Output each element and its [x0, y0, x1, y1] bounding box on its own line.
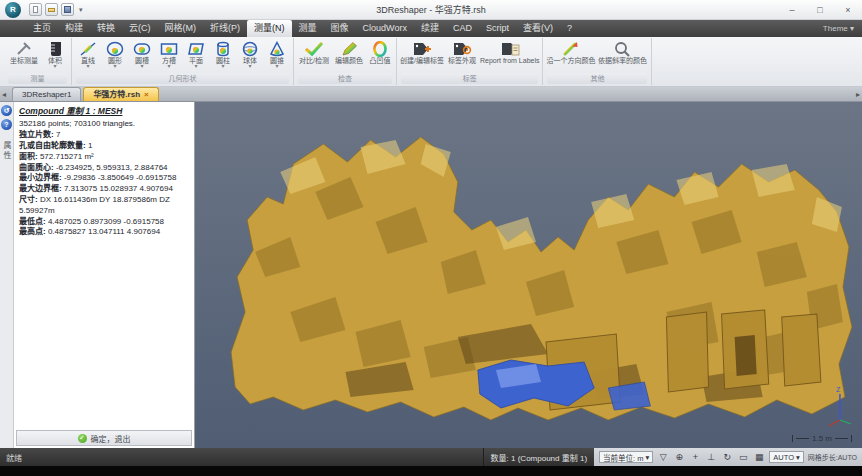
circle-tool-button[interactable]: 圆形 ▾ — [102, 38, 128, 69]
chevron-down-icon[interactable]: ▾ — [275, 64, 278, 69]
back-nav-icon[interactable]: ↺ — [1, 105, 12, 116]
edit-colors-button[interactable]: 编辑颜色 — [332, 38, 366, 64]
select-rect-icon[interactable]: ▭ — [737, 452, 749, 462]
tag-report-icon — [500, 40, 520, 57]
grid-step-label: 网格步长:AUTO — [808, 452, 857, 462]
main-area: ↺ ? 属性 Compound 重制 1 : MESH 352186 point… — [0, 102, 862, 448]
app-logo-icon: R — [5, 2, 21, 18]
properties-vertical-tab[interactable]: 属性 — [1, 141, 12, 161]
ribbon-group-measure: 坐标测量 体积 ▾ 测量 — [4, 38, 72, 85]
tab-cloud[interactable]: 云(C) — [122, 20, 158, 37]
auto-dropdown[interactable]: AUTO ▾ — [769, 451, 803, 463]
doc-tab-untitled[interactable]: 3DReshaper1 — [12, 87, 81, 101]
new-file-icon[interactable] — [29, 3, 42, 16]
tool-label: 对比/检测 — [299, 57, 329, 64]
tab-help[interactable]: ? — [560, 20, 579, 37]
undulation-button[interactable]: 凸凹值 — [367, 38, 393, 64]
tab-image[interactable]: 图像 — [324, 20, 356, 37]
viewport-3d-model[interactable]: Z — [195, 102, 862, 448]
chevron-down-icon[interactable]: ▾ — [53, 64, 56, 69]
selection-info: 数量: 1 (Compound 重制 1) — [483, 448, 594, 466]
tab-cloudworx[interactable]: CloudWorx — [356, 20, 414, 37]
plane-tool-button[interactable]: 平面 ▾ — [183, 38, 209, 69]
title-bar: R ▾ 3DReshaper - 华强方特.rsh – □ × — [0, 0, 862, 20]
prop-lowest-point: 最低点: 4.487025 0.8973099 -0.6915758 — [19, 217, 189, 228]
theme-selector[interactable]: Theme ▾ — [823, 20, 854, 37]
doc-tab-active[interactable]: 华强方特.rsh × — [83, 87, 158, 101]
tab-view[interactable]: 查看(V) — [516, 20, 560, 37]
minimize-button[interactable]: – — [778, 0, 806, 19]
close-tab-icon[interactable]: × — [144, 88, 149, 101]
grid-icon[interactable]: ▦ — [753, 452, 765, 462]
chevron-down-icon[interactable]: ▾ — [167, 64, 170, 69]
save-file-icon[interactable] — [61, 3, 74, 16]
green-check-icon: ✓ — [78, 434, 87, 443]
maximize-button[interactable]: □ — [806, 0, 834, 19]
color-by-slope-button[interactable]: 依据斜率的颜色 — [596, 38, 648, 64]
tab-script[interactable]: Script — [479, 20, 516, 37]
prop-free-contours: 孔或自由轮廓数量: 1 — [19, 141, 189, 152]
units-dropdown[interactable]: 当前单位: m ▾ — [599, 451, 653, 463]
ribbon-tab-bar: 主页 构建 转换 云(C) 网格(M) 折线(P) 测量(N) 测量 图像 Cl… — [0, 20, 862, 37]
prop-independent-pieces: 独立片数: 7 — [19, 130, 189, 141]
tab-home[interactable]: 主页 — [26, 20, 58, 37]
tab-construct[interactable]: 构建 — [58, 20, 90, 37]
report-from-labels-button[interactable]: Report from Labels — [480, 38, 540, 64]
label-appearance-button[interactable]: 标签外观 — [445, 38, 479, 64]
pan-icon[interactable]: + — [689, 452, 701, 462]
tool-label: 依据斜率的颜色 — [598, 57, 647, 64]
confirm-exit-button[interactable]: ✓ 确定，退出 — [16, 430, 192, 446]
tab-measure-active[interactable]: 测量(N) — [247, 20, 292, 37]
close-button[interactable]: × — [834, 0, 862, 19]
tab-extra[interactable]: 续建 — [414, 20, 446, 37]
tab-survey[interactable]: 测量 — [292, 20, 324, 37]
create-edit-label-button[interactable]: 创建/编辑标签 — [400, 38, 444, 64]
chevron-down-icon[interactable]: ▾ — [221, 64, 224, 69]
volume-button[interactable]: 体积 ▾ — [42, 38, 68, 69]
ribbon-group-geometry: 直线 ▾ 圆形 ▾ 圆槽 ▾ — [72, 38, 294, 85]
prop-centroid: 曲面质心: -6.234925, 5.959313, 2.884764 — [19, 163, 189, 174]
tool-label: Report from Labels — [480, 57, 540, 64]
help-icon[interactable]: ? — [1, 119, 12, 130]
plane-icon — [187, 40, 205, 57]
tab-transform[interactable]: 转换 — [90, 20, 122, 37]
tab-cad[interactable]: CAD — [446, 20, 479, 37]
compare-inspect-button[interactable]: 对比/检测 — [297, 38, 331, 64]
mesh-doorway — [735, 335, 757, 376]
group-title-other: 其他 — [547, 73, 647, 84]
chevron-down-icon[interactable]: ▾ — [248, 64, 251, 69]
prop-points-triangles: 352186 points; 703100 triangles. — [19, 119, 189, 130]
doc-tabs-scroll-right-icon[interactable]: ▸ — [856, 90, 860, 99]
prop-highest-point: 最高点: 0.4875827 13.047111 4.907694 — [19, 227, 189, 238]
tab-polyline[interactable]: 折线(P) — [203, 20, 247, 37]
coordinate-measure-button[interactable]: 坐标测量 — [7, 38, 41, 64]
chevron-down-icon[interactable]: ▾ — [86, 64, 89, 69]
tag-plus-icon — [412, 40, 432, 57]
cone-tool-button[interactable]: 圆锥 ▾ — [264, 38, 290, 69]
rect-slot-tool-button[interactable]: 方槽 ▾ — [156, 38, 182, 69]
filter-icon[interactable]: ▽ — [657, 452, 669, 462]
group-title-measure: 测量 — [8, 73, 67, 84]
qat-dropdown-icon[interactable]: ▾ — [79, 6, 83, 14]
rotate-icon[interactable]: ↻ — [721, 452, 733, 462]
chevron-down-icon[interactable]: ▾ — [140, 64, 143, 69]
line-tool-button[interactable]: 直线 ▾ — [75, 38, 101, 69]
status-ready: 就绪 — [6, 452, 22, 463]
sphere-tool-button[interactable]: 球体 ▾ — [237, 38, 263, 69]
open-file-icon[interactable] — [45, 3, 58, 16]
doc-tab-label: 华强方特.rsh — [93, 88, 140, 101]
doc-tabs-scroll-left-icon[interactable]: ◂ — [2, 90, 6, 99]
circular-slot-tool-button[interactable]: 圆槽 ▾ — [129, 38, 155, 69]
zoom-icon[interactable]: ⊕ — [673, 452, 685, 462]
scale-bar: 1.5 m — [792, 434, 852, 443]
side-icon-strip: ↺ ? 属性 — [0, 102, 14, 448]
color-along-direction-button[interactable]: 沿一个方向颜色 — [546, 38, 595, 64]
chevron-down-icon[interactable]: ▾ — [194, 64, 197, 69]
tool-label: 标签外观 — [448, 57, 476, 64]
chevron-down-icon[interactable]: ▾ — [113, 64, 116, 69]
axis-icon[interactable]: ⊥ — [705, 452, 717, 462]
gradient-arrow-icon — [562, 40, 580, 57]
cylinder-tool-button[interactable]: 圆柱 ▾ — [210, 38, 236, 69]
tab-mesh[interactable]: 网格(M) — [158, 20, 204, 37]
viewport-3d[interactable]: Z 1.5 m — [195, 102, 862, 448]
